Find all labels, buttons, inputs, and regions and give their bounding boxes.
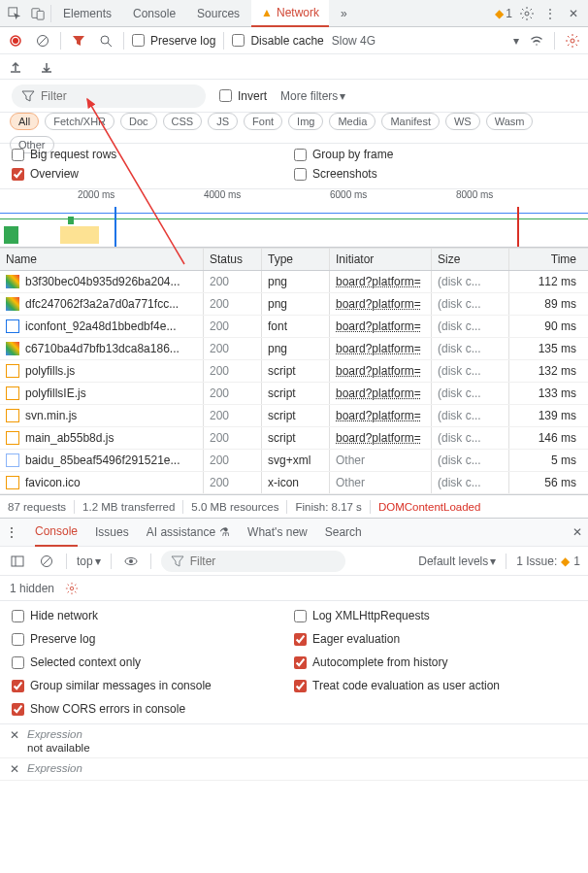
pill-css[interactable]: CSS (163, 113, 203, 130)
drawer-tab-console[interactable]: Console (35, 518, 78, 547)
tab-sources[interactable]: Sources (187, 0, 249, 27)
hide-network-checkbox[interactable]: Hide network (12, 609, 294, 622)
close-icon[interactable]: ✕ (10, 728, 19, 742)
close-icon[interactable]: ✕ (10, 762, 19, 776)
close-icon[interactable]: ✕ (563, 3, 584, 24)
log-xhr-checkbox[interactable]: Log XMLHttpRequests (294, 609, 576, 622)
clear-button[interactable] (33, 31, 52, 50)
filter-input[interactable] (41, 89, 196, 103)
settings-icon[interactable] (516, 3, 538, 24)
table-row[interactable]: polyfillsIE.js200scriptboard?platform=(d… (0, 383, 588, 405)
drawer-tab-ai[interactable]: AI assistance ⚗ (147, 525, 230, 539)
filter-input-box[interactable] (12, 84, 206, 108)
col-type[interactable]: Type (262, 249, 330, 270)
table-row[interactable]: c6710ba4d7bfb13dca8a186...200pngboard?pl… (0, 338, 588, 360)
record-button[interactable] (6, 31, 25, 50)
search-icon[interactable] (96, 31, 115, 50)
initiator-cell[interactable]: board?platform= (330, 427, 432, 449)
context-select[interactable]: top ▾ (77, 554, 101, 568)
pill-img[interactable]: Img (288, 113, 323, 130)
table-header[interactable]: Name Status Type Initiator Size Time (0, 249, 588, 271)
pill-manifest[interactable]: Manifest (381, 113, 440, 130)
console-filter-box[interactable] (161, 551, 345, 572)
preserve-log-checkbox[interactable]: Preserve log (132, 34, 215, 48)
initiator-cell[interactable]: board?platform= (330, 271, 432, 292)
col-status[interactable]: Status (204, 249, 262, 270)
selected-context-checkbox[interactable]: Selected context only (12, 655, 294, 669)
pill-font[interactable]: Font (244, 113, 282, 130)
drawer-tab-issues[interactable]: Issues (95, 525, 129, 539)
cors-errors-checkbox[interactable]: Show CORS errors in console (12, 702, 294, 716)
eager-eval-checkbox[interactable]: Eager evaluation (294, 632, 576, 646)
console-filter-input[interactable] (190, 554, 336, 568)
live-expression-row[interactable]: ✕ Expression (0, 758, 588, 781)
initiator-cell[interactable]: Other (330, 450, 432, 471)
resources-size: 5.0 MB resources (191, 501, 278, 513)
initiator-cell[interactable]: board?platform= (330, 338, 432, 359)
initiator-cell[interactable]: board?platform= (330, 405, 432, 426)
settings-icon[interactable] (62, 579, 82, 598)
sidebar-toggle-icon[interactable] (8, 552, 27, 571)
close-icon[interactable]: ✕ (572, 525, 582, 539)
tab-network[interactable]: ▲Network (251, 0, 329, 27)
table-row[interactable]: polyfills.js200scriptboard?platform=(dis… (0, 360, 588, 383)
table-row[interactable]: svn.min.js200scriptboard?platform=(disk … (0, 405, 588, 427)
autocomplete-checkbox[interactable]: Autocomplete from history (294, 655, 576, 669)
network-settings-icon[interactable] (563, 31, 582, 50)
screenshots-checkbox[interactable]: Screenshots (294, 167, 576, 181)
wifi-icon[interactable] (527, 31, 546, 50)
initiator-cell[interactable]: board?platform= (330, 316, 432, 337)
kebab-icon[interactable]: ⋮ (6, 525, 17, 539)
pill-wasm[interactable]: Wasm (486, 113, 534, 130)
pill-all[interactable]: All (10, 113, 39, 130)
table-row[interactable]: main_ab55b8d.js200scriptboard?platform=(… (0, 427, 588, 450)
disable-cache-checkbox[interactable]: Disable cache (232, 34, 323, 48)
initiator-cell[interactable]: Other (330, 472, 432, 493)
col-time[interactable]: Time (509, 249, 582, 270)
invert-checkbox[interactable]: Invert (219, 89, 267, 103)
table-row[interactable]: b3f30bec04b935d926ba204...200pngboard?pl… (0, 271, 588, 293)
drawer-tab-search[interactable]: Search (325, 525, 362, 539)
timeline-overview[interactable]: 2000 ms 4000 ms 6000 ms 8000 ms (0, 189, 588, 248)
pill-js[interactable]: JS (208, 113, 238, 130)
download-icon[interactable] (37, 57, 56, 77)
col-initiator[interactable]: Initiator (330, 249, 432, 270)
table-row[interactable]: iconfont_92a48d1bbedbf4e...200fontboard?… (0, 316, 588, 338)
inspect-icon[interactable] (4, 3, 25, 24)
live-expression-icon[interactable] (121, 552, 141, 571)
issues-badge[interactable]: ◆1 (493, 3, 514, 24)
device-icon[interactable] (27, 3, 49, 24)
console-issues-link[interactable]: 1 Issue: ◆1 (516, 554, 580, 568)
tab-console[interactable]: Console (123, 0, 185, 27)
pill-doc[interactable]: Doc (120, 113, 157, 130)
table-row[interactable]: dfc247062f3a2a7d0a771fcc...200pngboard?p… (0, 293, 588, 316)
log-levels-select[interactable]: Default levels ▾ (418, 554, 496, 568)
initiator-cell[interactable]: board?platform= (330, 383, 432, 404)
chevron-down-icon[interactable]: ▾ (513, 34, 519, 48)
initiator-cell[interactable]: board?platform= (330, 360, 432, 382)
more-filters-dropdown[interactable]: More filters ▾ (280, 89, 345, 103)
tab-more[interactable]: » (331, 0, 357, 27)
pill-media[interactable]: Media (329, 113, 376, 130)
col-name[interactable]: Name (0, 249, 204, 270)
treat-eval-checkbox[interactable]: Treat code evaluation as user action (294, 679, 576, 692)
group-messages-checkbox[interactable]: Group similar messages in console (12, 679, 294, 692)
pill-fetch[interactable]: Fetch/XHR (45, 113, 114, 130)
filter-toggle-icon[interactable] (69, 31, 88, 50)
table-row[interactable]: favicon.ico200x-iconOther(disk c...56 ms (0, 472, 588, 494)
overview-checkbox[interactable]: Overview (12, 167, 294, 181)
live-expression-row[interactable]: ✕ Expressionnot available (0, 724, 588, 758)
tab-elements[interactable]: Elements (53, 0, 121, 27)
preserve-log-checkbox[interactable]: Preserve log (12, 632, 294, 646)
table-row[interactable]: baidu_85beaf5496f291521e...200svg+xmlOth… (0, 450, 588, 472)
drawer-tab-whatsnew[interactable]: What's new (247, 525, 308, 539)
throttling-select[interactable]: Slow 4G (332, 34, 376, 48)
col-size[interactable]: Size (432, 249, 509, 270)
clear-console-icon[interactable] (37, 552, 56, 571)
upload-icon[interactable] (6, 57, 25, 77)
group-frame-checkbox[interactable]: Group by frame (294, 148, 576, 161)
kebab-icon[interactable]: ⋮ (539, 3, 561, 24)
pill-ws[interactable]: WS (445, 113, 480, 130)
big-rows-checkbox[interactable]: Big request rows (12, 148, 294, 161)
initiator-cell[interactable]: board?platform= (330, 293, 432, 315)
